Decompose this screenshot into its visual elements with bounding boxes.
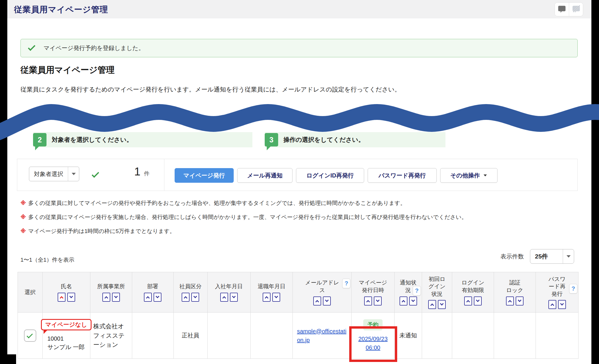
sort-desc-button[interactable] [154,293,161,302]
sort-asc-button[interactable] [58,293,66,302]
sort-desc-button[interactable] [374,296,382,306]
cell-login-expiration [452,313,494,359]
step-badge-tail [35,146,39,150]
note-marker: ※ [20,200,26,206]
sort-desc-button[interactable] [272,293,280,302]
col-email: メールアドレ ス ? [293,272,352,313]
col-first-login-status: 初回ロ グイン 状況 [422,272,452,313]
col-office: 所属事業所 [90,272,132,313]
note-text: 多くの従業員にマイページ発行を実施した場合、発行処理にしばらく時間がかかります。… [28,214,467,220]
cell-employee-type: 正社員 [173,313,207,359]
selected-count-wrap: 1 件 [134,165,149,178]
sort-desc-button[interactable] [112,293,120,302]
step-3-bar: 3 操作の選択をしてください。 [265,132,445,147]
col-department: 部署 [132,272,173,313]
sort-asc-button[interactable] [263,293,271,302]
selected-check-icon [93,172,100,178]
selected-count: 1 [134,165,140,178]
section-heading: 従業員用マイページ管理 [20,64,115,76]
chevron-down-icon [563,249,574,263]
col-hire-date: 入社年月日 [207,272,250,313]
cell-name: マイページなし 10001 サンプル 一郎 [42,313,90,359]
note-marker: ※ [20,228,26,234]
action-toolbar: 対象者選択 1 件 マイページ発行 メール再通知 ログインID再発行 パスワード… [17,159,578,191]
sort-desc-button[interactable] [409,296,417,306]
chat-button-group [555,2,583,16]
col-login-expiration: ログイン 有効期限 [452,272,494,313]
comment-off-icon [572,5,581,14]
success-alert: マイページ発行予約を登録しました。 [20,39,578,57]
badge-tail [44,330,48,334]
step-badge-tail [267,146,271,150]
cell-first-login-status [422,313,452,359]
sort-asc-button[interactable] [220,293,228,302]
toolbar-divider [164,159,164,191]
sort-desc-button[interactable] [191,293,199,302]
step-2-label: 対象者を選択してください。 [52,132,132,147]
section-description: 従業員にタスクを発行するためのマイページ発行を行います。メール通知を行う従業員に… [20,85,401,94]
cell-mypage-issue-datetime: 予約 2025/09/23 06:00 [352,313,395,359]
col-retirement-date: 退職年月日 [250,272,293,313]
employee-name: サンプル 一郎 [47,343,88,351]
sort-desc-button[interactable] [230,293,238,302]
sort-desc-button[interactable] [474,296,482,306]
comment-off-button[interactable] [569,3,583,16]
more-actions-button[interactable]: その他操作 [440,168,498,183]
issue-datetime-link[interactable]: 2025/09/23 06:00 [352,334,394,352]
check-icon [27,332,33,338]
step-2-badge: 2 [33,133,47,146]
note-marker: ※ [20,214,26,220]
sort-asc-button[interactable] [400,296,407,306]
count-unit: 件 [144,170,149,177]
page-size-value: 25件 [530,249,563,263]
note-line: ※多くの従業員に対してマイページの発行や発行予約をおこなった場合や、処理が集中す… [20,199,406,207]
sort-asc-button[interactable] [144,293,152,302]
sort-asc-button[interactable] [313,296,321,306]
email-link[interactable]: sample@officestation.jp [297,328,346,343]
success-check-icon [29,46,36,51]
cell-password-reissue [536,313,579,359]
sort-asc-button[interactable] [428,300,436,309]
target-select-dropdown[interactable]: 対象者選択 [29,167,79,181]
help-icon[interactable]: ? [569,284,577,294]
sort-desc-button[interactable] [516,296,524,306]
mail-renotify-button[interactable]: メール再通知 [237,168,292,183]
sort-desc-button[interactable] [323,296,331,306]
help-icon[interactable]: ? [342,279,350,288]
col-select: 選択 [18,272,43,313]
sort-asc-button[interactable] [364,296,372,306]
mypage-issue-button[interactable]: マイページ発行 [175,168,234,183]
login-id-reissue-button[interactable]: ログインID再発行 [296,168,364,183]
sort-desc-button[interactable] [438,300,446,309]
row-checkbox[interactable] [24,330,36,342]
chevron-down-icon [68,167,79,181]
col-password-reissue: パスワ ード再 発行 ? [536,272,579,313]
page: 従業員用マイページ管理 [7,0,591,364]
note-text: マイページ発行予約は1時間の枠に5万件までとなります。 [28,228,175,234]
comment-button[interactable] [555,3,569,16]
page-size-select[interactable]: 25件 [530,249,574,264]
step-3-badge: 3 [265,133,278,146]
sort-desc-button[interactable] [558,300,566,309]
action-buttons: マイページ発行 メール再通知 ログインID再発行 パスワード再発行 その他操作 [175,168,498,183]
help-icon[interactable]: ? [413,286,421,296]
cell-hire-date [207,313,250,359]
sort-asc-button[interactable] [102,293,110,302]
note-line: ※マイページ発行予約は1時間の枠に5万件までとなります。 [20,227,175,235]
sort-asc-button[interactable] [548,300,556,309]
password-reissue-button[interactable]: パスワード再発行 [368,168,437,183]
sort-asc-button[interactable] [464,296,472,306]
no-mypage-badge: マイページなし [41,319,92,330]
step-3-label: 操作の選択をしてください。 [283,132,364,147]
sort-desc-button[interactable] [67,293,75,302]
employee-name-lines: 10001 サンプル 一郎 [47,334,88,351]
col-employee-type: 社員区分 [173,272,207,313]
sort-asc-button[interactable] [506,296,514,306]
col-auth-lock: 認証 ロック [494,272,536,313]
employee-id: 10001 [47,334,88,343]
table-header-row: 選択 氏名 所属事業所 部署 [18,272,579,313]
page-title: 従業員用マイページ管理 [14,4,108,15]
cell-select [18,313,43,359]
sort-asc-button[interactable] [182,293,190,302]
col-mypage-issue-datetime: マイページ 発行日時 [352,272,395,313]
